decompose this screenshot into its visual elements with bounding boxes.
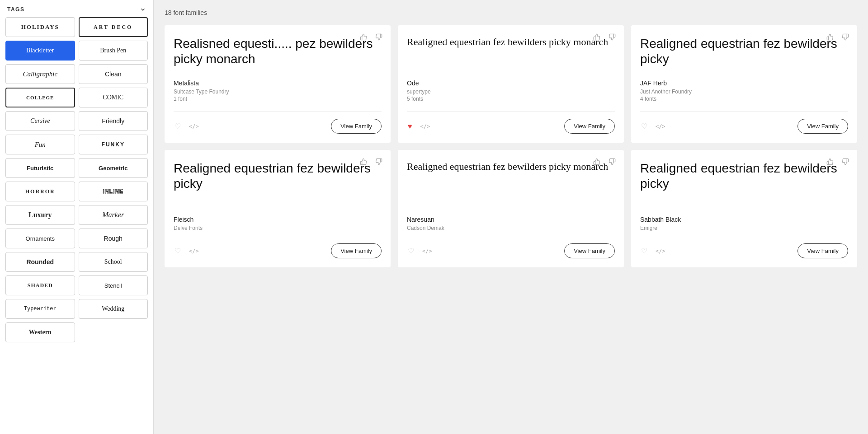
view-family-btn-metalista[interactable]: View Family	[331, 119, 382, 134]
font-card-ode: Realigned equestrian fez bewilders picky…	[398, 25, 624, 143]
tag-btn-clean[interactable]: Clean	[79, 64, 148, 84]
embed-btn-metalista[interactable]: </>	[187, 122, 201, 131]
embed-btn-jaf-herb[interactable]: </>	[654, 122, 667, 131]
font-foundry-metalista: Suitcase Type Foundry	[174, 89, 382, 95]
card-actions-top	[357, 31, 385, 43]
card-actions-top	[590, 155, 618, 168]
font-card-naresuan: Realigned equestrian fez bewilders picky…	[398, 150, 624, 267]
card-actions-top	[824, 155, 852, 168]
tags-label: TAGS	[7, 6, 24, 13]
footer-left-metalista: ♡ </>	[174, 121, 201, 131]
tag-btn-funky[interactable]: FUNKY	[79, 135, 148, 154]
thumbs-up-btn-jaf-herb[interactable]	[824, 31, 836, 43]
font-preview-sabbath-black: Realigned equestrian fez bewilders picky	[640, 161, 848, 209]
tag-btn-western[interactable]: Western	[5, 322, 75, 342]
tag-btn-horror[interactable]: HORROR	[5, 182, 75, 201]
chevron-down-icon	[140, 6, 146, 13]
thumbs-up-btn-fleisch[interactable]	[357, 155, 370, 168]
tag-btn-rounded[interactable]: Rounded	[5, 252, 75, 272]
view-family-btn-naresuan[interactable]: View Family	[564, 243, 615, 258]
tag-btn-geometric[interactable]: Geometric	[79, 158, 148, 178]
tag-btn-luxury[interactable]: Luxury	[5, 205, 75, 225]
heart-btn-metalista[interactable]: ♡	[174, 121, 182, 131]
tag-btn-calligraphic[interactable]: Calligraphic	[5, 64, 75, 84]
thumbs-up-btn-sabbath-black[interactable]	[824, 155, 836, 168]
thumbs-down-btn-jaf-herb[interactable]	[839, 31, 852, 43]
tag-btn-ornaments[interactable]: Ornaments	[5, 229, 75, 248]
tag-btn-friendly[interactable]: Friendly	[79, 111, 148, 131]
font-count-jaf-herb: 4 fonts	[640, 96, 848, 102]
embed-btn-naresuan[interactable]: </>	[420, 247, 434, 255]
tag-btn-marker[interactable]: Marker	[79, 205, 148, 225]
heart-btn-jaf-herb[interactable]: ♡	[640, 121, 648, 131]
tag-btn-art-deco[interactable]: ART DECO	[79, 17, 148, 37]
divider	[640, 236, 848, 236]
view-family-btn-fleisch[interactable]: View Family	[331, 243, 382, 258]
card-actions-top	[590, 31, 618, 43]
font-foundry-ode: supertype	[407, 89, 615, 95]
font-name-ode: Ode	[407, 79, 615, 87]
embed-btn-ode[interactable]: </>	[419, 122, 432, 131]
font-name-jaf-herb: JAF Herb	[640, 79, 848, 87]
embed-btn-fleisch[interactable]: </>	[187, 247, 201, 255]
divider	[407, 111, 615, 112]
thumbs-up-btn-ode[interactable]	[590, 31, 603, 43]
footer-left-naresuan: ♡ </>	[407, 246, 434, 256]
view-family-btn-sabbath-black[interactable]: View Family	[797, 243, 848, 258]
tag-btn-rough[interactable]: Rough	[79, 229, 148, 248]
view-family-btn-ode[interactable]: View Family	[564, 119, 615, 134]
tag-btn-shaded[interactable]: SHADED	[5, 275, 75, 295]
font-card-sabbath-black: Realigned equestrian fez bewilders picky…	[631, 150, 857, 267]
thumbs-up-btn-naresuan[interactable]	[590, 155, 603, 168]
thumbs-down-btn-ode[interactable]	[606, 31, 618, 43]
tag-btn-fun[interactable]: Fun	[5, 135, 75, 154]
thumbs-down-btn-metalista[interactable]	[373, 31, 385, 43]
tag-btn-futuristic[interactable]: Futuristic	[5, 158, 75, 178]
tag-btn-holidays[interactable]: HOLIDAYS	[5, 17, 75, 37]
view-family-btn-jaf-herb[interactable]: View Family	[797, 119, 848, 134]
tag-btn-blackletter[interactable]: Blackletter	[5, 41, 75, 61]
tag-btn-comic[interactable]: COMIC	[79, 88, 148, 107]
divider	[407, 236, 615, 236]
main-content: 18 font families Realisned equesti..... …	[154, 0, 868, 434]
tag-btn-college[interactable]: COLLEGE	[5, 88, 75, 107]
font-name-metalista: Metalista	[174, 79, 382, 87]
card-footer-fleisch: ♡ </> View Family	[174, 243, 382, 258]
card-actions-top	[357, 155, 385, 168]
font-card-jaf-herb: Realigned equestrian fez bewilders picky…	[631, 25, 857, 143]
font-name-fleisch: Fleisch	[174, 216, 382, 223]
heart-btn-ode[interactable]: ♥	[407, 121, 413, 131]
font-foundry-jaf-herb: Just Another Foundry	[640, 89, 848, 95]
card-footer-sabbath-black: ♡ </> View Family	[640, 243, 848, 258]
heart-btn-sabbath-black[interactable]: ♡	[640, 246, 648, 256]
font-card-metalista: Realisned equesti..... pez bewilders pic…	[165, 25, 391, 143]
thumbs-down-btn-fleisch[interactable]	[373, 155, 385, 168]
tag-btn-typewriter[interactable]: Typewriter	[5, 299, 75, 319]
divider	[174, 111, 382, 112]
thumbs-down-btn-sabbath-black[interactable]	[839, 155, 852, 168]
font-preview-ode: Realigned equestrian fez bewilders picky…	[407, 36, 615, 72]
footer-left-sabbath-black: ♡ </>	[640, 246, 667, 256]
tag-btn-school[interactable]: School	[79, 252, 148, 272]
card-footer-ode: ♥ </> View Family	[407, 119, 615, 134]
font-count-metalista: 1 font	[174, 96, 382, 102]
font-grid: Realisned equesti..... pez bewilders pic…	[165, 25, 857, 267]
tag-btn-wedding[interactable]: Wedding	[79, 299, 148, 319]
tag-btn-cursive[interactable]: Cursive	[5, 111, 75, 131]
font-name-sabbath-black: Sabbath Black	[640, 216, 848, 223]
font-preview-fleisch: Realigned equestrian fez bewilders picky	[174, 161, 382, 209]
divider	[640, 111, 848, 112]
font-preview-jaf-herb: Realigned equestrian fez bewilders picky	[640, 36, 848, 72]
tag-btn-inline[interactable]: INLINE	[79, 182, 148, 201]
embed-btn-sabbath-black[interactable]: </>	[654, 247, 667, 255]
thumbs-down-btn-naresuan[interactable]	[606, 155, 618, 168]
font-foundry-sabbath-black: Emigre	[640, 225, 848, 231]
tag-btn-brush-pen[interactable]: Brush Pen	[79, 41, 148, 61]
heart-btn-fleisch[interactable]: ♡	[174, 246, 182, 256]
thumbs-up-btn-metalista[interactable]	[357, 31, 370, 43]
tag-btn-stencil[interactable]: Stencil	[79, 275, 148, 295]
heart-btn-naresuan[interactable]: ♡	[407, 246, 415, 256]
font-foundry-naresuan: Cadson Demak	[407, 225, 615, 231]
card-footer-metalista: ♡ </> View Family	[174, 119, 382, 134]
font-preview-metalista: Realisned equesti..... pez bewilders pic…	[174, 36, 382, 72]
